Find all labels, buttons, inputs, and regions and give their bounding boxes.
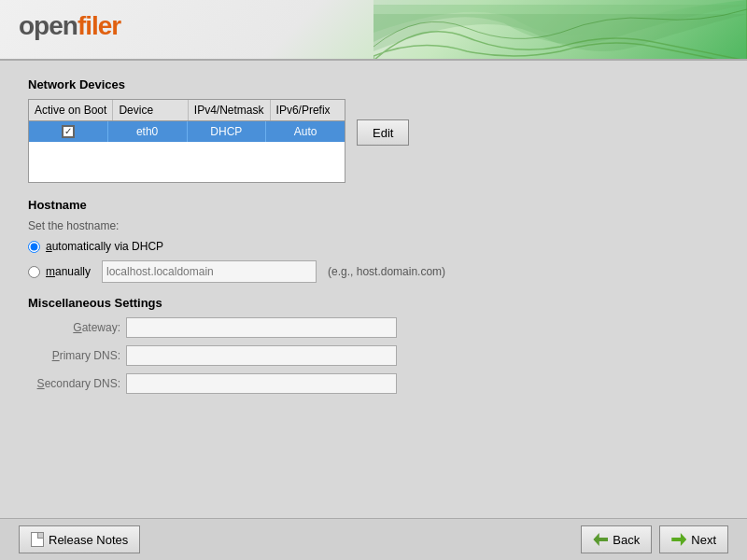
secondary-dns-input[interactable] [126, 373, 397, 394]
hostname-subtitle: Set the hostname: [28, 219, 719, 232]
next-button[interactable]: Next [659, 525, 728, 553]
gateway-row: Gateway: [28, 317, 719, 338]
manually-radio[interactable] [28, 266, 40, 278]
release-notes-label: Release Notes [49, 533, 128, 547]
table-header: Active on Boot Device IPv4/Netmask IPv6/… [29, 100, 345, 121]
ipv4-cell: DHCP [188, 121, 267, 142]
col-ipv6: IPv6/Prefix [271, 100, 345, 120]
col-active: Active on Boot [29, 100, 113, 120]
edit-button[interactable]: Edit [357, 119, 409, 146]
hostname-section: Hostname Set the hostname: automatically… [28, 198, 719, 283]
device-cell: eth0 [108, 121, 188, 142]
gateway-input[interactable] [126, 317, 397, 338]
auto-dhcp-radio[interactable] [28, 241, 40, 253]
next-label: Next [691, 533, 716, 547]
main-content: Network Devices Active on Boot Device IP… [0, 61, 747, 560]
next-arrow-icon [671, 533, 686, 546]
misc-title: Miscellaneous Settings [28, 296, 719, 310]
hostname-hint: (e.g., host.domain.com) [328, 265, 445, 278]
back-label: Back [613, 533, 640, 547]
col-ipv4: IPv4/Netmask [189, 100, 271, 120]
header-wave-decoration [374, 0, 747, 61]
footer: Release Notes Back Next [0, 518, 747, 560]
header: openfiler [0, 0, 747, 61]
auto-hostname-row: automatically via DHCP [28, 240, 719, 253]
table-row[interactable]: eth0 DHCP Auto [29, 121, 345, 142]
gateway-label: Gateway: [28, 321, 126, 334]
network-devices-section: Active on Boot Device IPv4/Netmask IPv6/… [28, 99, 719, 183]
manual-hostname-row: manually (e.g., host.domain.com) [28, 260, 719, 283]
logo-open: open [19, 11, 78, 40]
doc-icon [31, 532, 44, 547]
misc-section: Miscellaneous Settings Gateway: Primary … [28, 296, 719, 394]
secondary-dns-label: Secondary DNS: [28, 377, 126, 390]
hostname-input[interactable] [102, 260, 317, 283]
secondary-dns-row: Secondary DNS: [28, 373, 719, 394]
active-checkbox[interactable] [62, 125, 75, 138]
nav-buttons: Back Next [581, 525, 728, 553]
primary-dns-label: Primary DNS: [28, 349, 126, 362]
primary-dns-input[interactable] [126, 345, 397, 366]
logo: openfiler [19, 11, 120, 41]
logo-filer: filer [78, 11, 120, 40]
back-button[interactable]: Back [581, 525, 652, 553]
col-device: Device [113, 100, 188, 120]
ipv6-cell: Auto [266, 121, 345, 142]
release-notes-button[interactable]: Release Notes [19, 525, 140, 553]
auto-dhcp-label: automatically via DHCP [46, 240, 163, 253]
manually-label: manually [46, 265, 91, 278]
back-arrow-icon [593, 533, 608, 546]
network-devices-title: Network Devices [28, 77, 719, 91]
hostname-title: Hostname [28, 198, 719, 212]
network-devices-table: Active on Boot Device IPv4/Netmask IPv6/… [28, 99, 345, 183]
primary-dns-row: Primary DNS: [28, 345, 719, 366]
active-cell[interactable] [29, 121, 108, 142]
